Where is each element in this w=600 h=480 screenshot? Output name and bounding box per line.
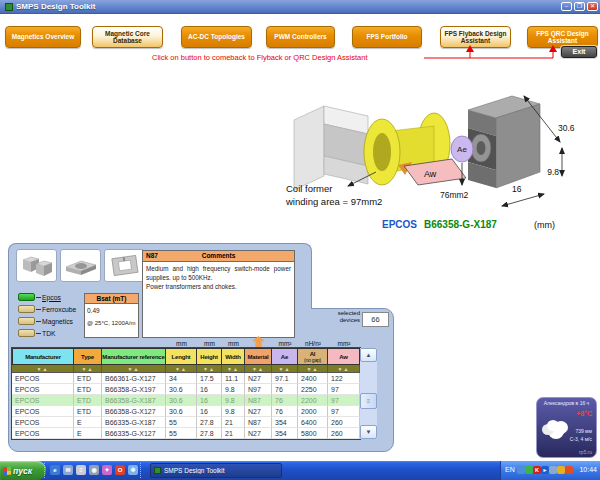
table-cell[interactable]: EPCOS (12, 373, 74, 384)
nav-button-fps-flyback-design-assistant[interactable]: FPS Flyback Design Assistant (440, 26, 511, 48)
mail-icon[interactable]: ✉ (63, 465, 73, 475)
sort-control-manufacturer[interactable]: ▼▲ (12, 365, 74, 373)
taskbar-task-button[interactable]: SMPS Design Toolkit (150, 463, 282, 478)
palette-icon[interactable]: ✦ (102, 465, 112, 475)
table-cell[interactable]: E (74, 428, 102, 439)
table-cell[interactable]: EPCOS (12, 395, 74, 406)
sort-control-material[interactable]: ▼▲ (245, 365, 272, 373)
filter-button-magnetics[interactable] (18, 317, 35, 325)
table-cell[interactable]: 16 (197, 406, 222, 417)
table-cell[interactable]: ETD (74, 406, 102, 417)
col-header-al-no-gap[interactable]: Al(no gap) (298, 348, 328, 365)
col-header-height[interactable]: Height (197, 348, 222, 365)
table-cell[interactable]: N87 (245, 395, 272, 406)
antivirus-icon[interactable] (525, 466, 533, 474)
sort-control-height[interactable]: ▼▲ (197, 365, 222, 373)
table-cell[interactable]: EPCOS (12, 428, 74, 439)
filter-button-epcos[interactable] (18, 293, 35, 301)
table-cell[interactable]: EPCOS (12, 406, 74, 417)
table-cell[interactable]: 9.8 (222, 395, 245, 406)
table-cell[interactable]: 55 (166, 428, 197, 439)
table-cell[interactable]: 21 (222, 417, 245, 428)
close-button[interactable]: ✕ (587, 2, 598, 11)
table-cell[interactable]: E (74, 417, 102, 428)
core-shape-button-3[interactable] (104, 249, 145, 282)
table-cell[interactable]: 97 (328, 406, 360, 417)
start-button[interactable]: пуск (0, 461, 46, 480)
sort-control-aw[interactable]: ▼▲ (328, 365, 360, 373)
table-cell[interactable]: ETD (74, 395, 102, 406)
table-cell[interactable]: 76 (272, 406, 298, 417)
table-cell[interactable]: 30.6 (166, 406, 197, 417)
table-cell[interactable]: 2400 (298, 373, 328, 384)
table-cell[interactable]: N27 (245, 428, 272, 439)
nav-button-fps-qrc-design-assistant[interactable]: FPS QRC Design Assistant (527, 26, 598, 48)
col-header-manufacturer-reference[interactable]: Manufacturer reference (102, 348, 166, 365)
table-cell[interactable]: N97 (245, 384, 272, 395)
col-header-type[interactable]: Type (74, 348, 102, 365)
language-indicator[interactable]: EN (505, 466, 515, 473)
sort-control-al-no-gap[interactable]: ▼▲ (298, 365, 328, 373)
network-icon[interactable] (549, 466, 557, 474)
nav-button-pwm-controllers[interactable]: PWM Controllers (266, 26, 335, 48)
table-cell[interactable]: N87 (245, 417, 272, 428)
table-cell[interactable]: B66335-G-X187 (102, 417, 166, 428)
table-cell[interactable]: 5800 (298, 428, 328, 439)
filter-button-ferroxcube[interactable] (18, 305, 35, 313)
scroll-up-button[interactable]: ▲ (360, 348, 377, 362)
nav-button-magnetics-overview[interactable]: Magnetics Overview (5, 26, 81, 48)
scroll-down-button[interactable]: ▼ (360, 425, 377, 439)
table-cell[interactable]: 2200 (298, 395, 328, 406)
internet-explorer-icon[interactable]: e (50, 465, 60, 475)
camera-icon[interactable]: ◉ (89, 465, 99, 475)
table-cell[interactable]: 9.8 (222, 384, 245, 395)
table-cell[interactable]: 9.8 (222, 406, 245, 417)
update-icon[interactable] (517, 466, 525, 474)
table-cell[interactable]: B66358-G-X197 (102, 384, 166, 395)
table-cell[interactable]: 260 (328, 428, 360, 439)
table-cell[interactable]: B66358-G-X187 (102, 395, 166, 406)
table-cell[interactable]: ETD (74, 384, 102, 395)
nav-button-ac-dc-topologies[interactable]: AC-DC Topologies (181, 26, 252, 48)
table-cell[interactable]: 2250 (298, 384, 328, 395)
maximize-button[interactable]: ❐ (574, 2, 585, 11)
col-header-width[interactable]: Width (222, 348, 245, 365)
col-header-manufacturer[interactable]: Manufacturer (12, 348, 74, 365)
table-cell[interactable]: EPCOS (12, 417, 74, 428)
core-shape-button-2[interactable] (60, 249, 101, 282)
table-cell[interactable]: 2000 (298, 406, 328, 417)
table-cell[interactable]: 34 (166, 373, 197, 384)
sort-control-width[interactable]: ▼▲ (222, 365, 245, 373)
filter-label-epcos[interactable]: Epcos (42, 294, 61, 301)
sort-control-ae[interactable]: ▼▲ (272, 365, 298, 373)
kaspersky-icon[interactable]: K (533, 466, 541, 474)
table-cell[interactable]: 16 (197, 395, 222, 406)
sort-control-lenght[interactable]: ▼▲ (166, 365, 197, 373)
table-cell[interactable]: 27.8 (197, 417, 222, 428)
col-header-material[interactable]: Material (245, 348, 272, 365)
media-player-icon[interactable]: ✻ (128, 465, 138, 475)
shield-icon[interactable] (557, 466, 565, 474)
table-cell[interactable]: B66335-G-X127 (102, 428, 166, 439)
table-cell[interactable]: 30.6 (166, 395, 197, 406)
minimize-button[interactable]: – (561, 2, 572, 11)
table-cell[interactable]: ETD (74, 373, 102, 384)
table-cell[interactable]: EPCOS (12, 384, 74, 395)
table-cell[interactable]: 97.1 (272, 373, 298, 384)
table-cell[interactable]: 21 (222, 428, 245, 439)
col-header-aw[interactable]: Aw (328, 348, 360, 365)
table-cell[interactable]: 76 (272, 395, 298, 406)
table-cell[interactable]: 17.5 (197, 373, 222, 384)
weather-widget[interactable]: Александров в 16 ч +8°C 739 мм С-3, 4 м/… (536, 397, 597, 458)
table-cell[interactable]: 122 (328, 373, 360, 384)
sort-control-type[interactable]: ▼▲ (74, 365, 102, 373)
table-cell[interactable]: 97 (328, 395, 360, 406)
filter-label-ferroxcube[interactable]: Ferroxcube (42, 306, 76, 313)
table-cell[interactable]: B66358-G-X127 (102, 406, 166, 417)
alert-icon[interactable] (565, 466, 573, 474)
player-icon[interactable]: ▸ (541, 466, 549, 474)
document-icon[interactable]: ≡ (76, 465, 86, 475)
table-cell[interactable]: 97 (328, 384, 360, 395)
table-cell[interactable]: 27.8 (197, 428, 222, 439)
table-cell[interactable]: 55 (166, 417, 197, 428)
